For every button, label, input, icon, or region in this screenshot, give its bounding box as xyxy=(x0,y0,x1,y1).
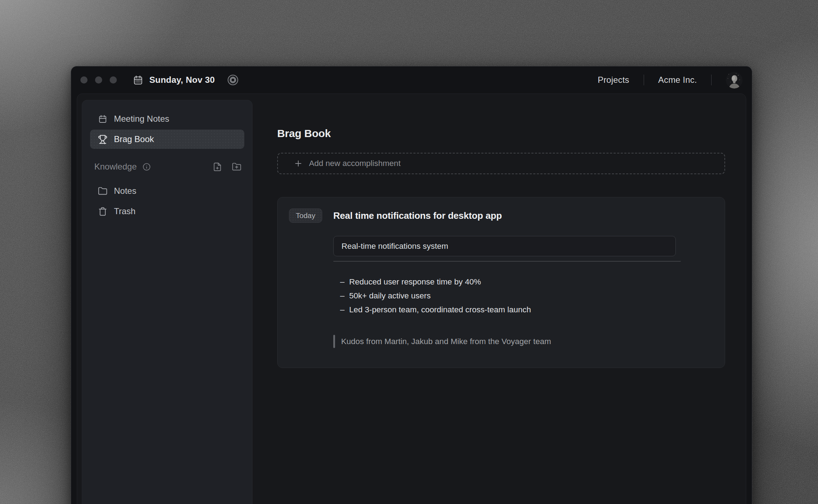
sidebar: Meeting Notes Brag Book xyxy=(82,100,253,504)
blockquote[interactable]: Kudos from Martin, Jakub and Mike from t… xyxy=(333,335,676,348)
record-icon[interactable] xyxy=(226,73,240,87)
bullet-dash: – xyxy=(340,303,345,317)
new-note-button[interactable] xyxy=(213,162,222,172)
main-content: Brag Book Add new accomplishment Today R… xyxy=(277,94,725,368)
window-close-button[interactable] xyxy=(80,76,88,84)
org-switcher[interactable]: Acme Inc. xyxy=(658,75,697,85)
sidebar-item-trash[interactable]: Trash xyxy=(90,202,244,221)
quote-text: Kudos from Martin, Jakub and Mike from t… xyxy=(341,337,551,346)
titlebar: Sunday, Nov 30 Projects Acme Inc. xyxy=(71,66,752,94)
bullet-text: Led 3-person team, coordinated cross-tea… xyxy=(349,303,531,317)
desktop: Sunday, Nov 30 Projects Acme Inc. xyxy=(0,0,818,504)
add-accomplishment-label: Add new accomplishment xyxy=(309,159,400,168)
sidebar-item-brag-book[interactable]: Brag Book xyxy=(90,130,244,149)
accomplishment-card: Today Real time notifications for deskto… xyxy=(277,197,725,368)
sidebar-item-label: Meeting Notes xyxy=(114,114,169,124)
bullet-text: 50k+ daily active users xyxy=(349,289,431,303)
sidebar-item-label: Trash xyxy=(114,206,135,216)
list-item: – Reduced user response time by 40% xyxy=(333,275,676,289)
page-title: Brag Book xyxy=(277,127,725,140)
folder-icon xyxy=(98,186,108,196)
app-window: Sunday, Nov 30 Projects Acme Inc. xyxy=(71,66,752,504)
window-minimize-button[interactable] xyxy=(95,76,102,84)
calendar-icon xyxy=(133,75,144,86)
new-folder-button[interactable] xyxy=(232,162,241,172)
trash-icon xyxy=(98,207,108,216)
sidebar-item-label: Notes xyxy=(114,186,136,196)
user-avatar[interactable] xyxy=(726,72,743,89)
trophy-icon xyxy=(98,135,108,144)
plus-icon xyxy=(294,159,303,168)
sidebar-item-notes[interactable]: Notes xyxy=(90,181,244,201)
bullet-list[interactable]: – Reduced user response time by 40% – 50… xyxy=(333,275,676,317)
info-icon[interactable] xyxy=(142,162,151,171)
titlebar-divider xyxy=(644,75,644,85)
knowledge-section-header: Knowledge xyxy=(90,158,244,175)
titlebar-date[interactable]: Sunday, Nov 30 xyxy=(149,75,215,85)
list-item: – 50k+ daily active users xyxy=(333,289,676,303)
projects-nav-link[interactable]: Projects xyxy=(598,75,629,85)
entry-title: Real time notifications for desktop app xyxy=(333,208,502,223)
list-item: – Led 3-person team, coordinated cross-t… xyxy=(333,303,676,317)
titlebar-divider xyxy=(711,75,712,85)
bullet-text: Reduced user response time by 40% xyxy=(349,275,481,289)
entry-body: – Reduced user response time by 40% – 50… xyxy=(333,236,676,348)
window-zoom-button[interactable] xyxy=(110,76,117,84)
sidebar-item-meeting-notes[interactable]: Meeting Notes xyxy=(90,109,244,128)
content-surface: Meeting Notes Brag Book xyxy=(77,94,746,504)
date-badge: Today xyxy=(289,208,322,223)
quote-bar xyxy=(333,335,335,348)
project-name-input[interactable] xyxy=(333,236,676,256)
sidebar-item-label: Brag Book xyxy=(114,134,154,144)
editor-divider xyxy=(333,261,681,262)
bullet-dash: – xyxy=(340,289,345,303)
window-controls xyxy=(80,76,117,84)
knowledge-label: Knowledge xyxy=(94,162,137,172)
add-accomplishment-button[interactable]: Add new accomplishment xyxy=(277,153,725,174)
bullet-dash: – xyxy=(340,275,345,289)
calendar-icon xyxy=(98,114,108,124)
